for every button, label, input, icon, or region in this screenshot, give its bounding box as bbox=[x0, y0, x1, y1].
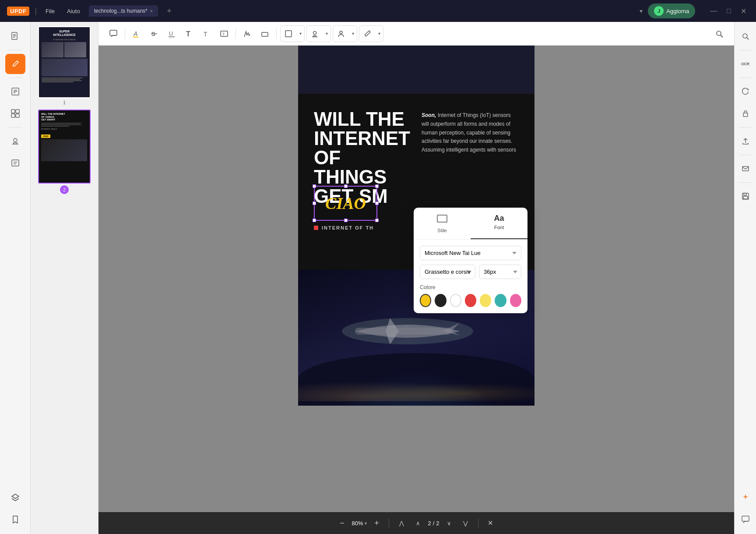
zoom-in-button[interactable]: + bbox=[369, 516, 383, 530]
thumbnail-page-2[interactable]: WILL THE INTERNETOF THINGSGET SMART INTE… bbox=[35, 110, 94, 194]
right-lock-button[interactable] bbox=[735, 103, 756, 124]
pen-dropdown[interactable]: ▾ bbox=[375, 26, 383, 42]
popup-tab-font[interactable]: Aa Font bbox=[471, 208, 527, 239]
page-next-button[interactable]: ∨ bbox=[442, 516, 456, 530]
shape-dropdown[interactable]: ▾ bbox=[296, 26, 304, 42]
right-ai-button[interactable] bbox=[735, 488, 756, 508]
svg-line-37 bbox=[747, 38, 749, 39]
titlebar: UPDF | File Aiuto technolog...ts humans*… bbox=[0, 0, 756, 22]
thumbnail-panel: SUPERINTELLIGENCE IS IT A MYSTERY, OR IS… bbox=[31, 22, 98, 534]
right-mail-button[interactable] bbox=[735, 159, 756, 179]
svg-point-12 bbox=[14, 138, 17, 142]
bb-sep-2 bbox=[478, 519, 478, 527]
color-light-yellow[interactable] bbox=[480, 294, 491, 307]
color-teal[interactable] bbox=[495, 294, 506, 307]
search-button[interactable] bbox=[711, 26, 727, 42]
right-chat-button[interactable] bbox=[735, 509, 756, 530]
highlight-button[interactable]: A bbox=[129, 26, 144, 42]
underline-button[interactable]: U bbox=[164, 26, 179, 42]
person-button[interactable] bbox=[333, 26, 349, 42]
svg-text:A: A bbox=[133, 30, 137, 37]
sidebar-item-pages[interactable] bbox=[5, 103, 25, 124]
sidebar-item-stamp[interactable] bbox=[5, 131, 25, 151]
color-pink[interactable] bbox=[510, 294, 521, 307]
handle-tm[interactable] bbox=[344, 184, 348, 188]
minimize-button[interactable]: — bbox=[707, 6, 720, 16]
sidebar-item-edit[interactable] bbox=[5, 81, 25, 102]
toolbar-sep-3 bbox=[276, 28, 277, 39]
shape-button[interactable] bbox=[281, 26, 296, 42]
right-sep-3 bbox=[739, 127, 752, 127]
handle-mr[interactable] bbox=[375, 202, 379, 205]
zoom-level-display[interactable]: 80% ▾ bbox=[352, 520, 367, 527]
color-yellow[interactable] bbox=[420, 294, 431, 307]
menu-help[interactable]: Aiuto bbox=[63, 6, 84, 16]
update-label: Aggiorna bbox=[666, 8, 689, 14]
maximize-button[interactable]: □ bbox=[724, 6, 734, 16]
text-button-2[interactable]: T bbox=[199, 26, 214, 42]
comment-button[interactable] bbox=[105, 26, 121, 42]
right-ocr-button[interactable]: OCR bbox=[735, 54, 756, 74]
svg-rect-27 bbox=[262, 32, 268, 36]
thumb-page-1-num: 1 bbox=[63, 100, 66, 105]
right-sep-4 bbox=[739, 155, 752, 155]
dropdown-button[interactable]: ▾ bbox=[640, 7, 643, 14]
svg-text:T: T bbox=[222, 32, 225, 36]
stamp-dropdown[interactable]: ▾ bbox=[323, 26, 331, 42]
sidebar-item-bookmark[interactable] bbox=[5, 509, 25, 530]
right-sep-1 bbox=[739, 50, 752, 50]
pen-button[interactable] bbox=[359, 26, 375, 42]
thumbnail-page-1[interactable]: SUPERINTELLIGENCE IS IT A MYSTERY, OR IS… bbox=[35, 26, 94, 105]
page-right-bold: Soon, bbox=[422, 112, 436, 118]
handle-br[interactable] bbox=[375, 219, 379, 222]
zoom-out-button[interactable]: − bbox=[335, 516, 349, 530]
main-layout: SUPERINTELLIGENCE IS IT A MYSTERY, OR IS… bbox=[0, 22, 756, 534]
page-current: 2 bbox=[428, 520, 431, 527]
handle-tl[interactable] bbox=[313, 184, 316, 188]
svg-rect-10 bbox=[11, 114, 15, 117]
menu-file[interactable]: File bbox=[42, 6, 58, 16]
person-dropdown[interactable]: ▾ bbox=[349, 26, 357, 42]
toolbar-sep-2 bbox=[236, 28, 236, 39]
stamp-button[interactable] bbox=[307, 26, 323, 42]
page-first-button[interactable]: ⋀ bbox=[394, 516, 408, 530]
font-size-select[interactable]: 36px bbox=[479, 265, 521, 279]
handle-bl[interactable] bbox=[313, 219, 316, 222]
strikethrough-button[interactable]: S bbox=[146, 26, 162, 42]
update-button[interactable]: J Aggiorna bbox=[648, 4, 695, 18]
ciao-textbox[interactable]: CIAO bbox=[314, 186, 377, 221]
sidebar-item-annotate[interactable] bbox=[5, 54, 25, 74]
erase-button[interactable] bbox=[257, 26, 273, 42]
right-search-button[interactable] bbox=[735, 26, 756, 46]
font-style-select[interactable]: Grassetto e corsiv bbox=[420, 265, 475, 279]
sidebar-item-forms[interactable] bbox=[5, 153, 25, 173]
draw-button[interactable] bbox=[239, 26, 255, 42]
page-total: 2 bbox=[436, 520, 439, 527]
right-save-button[interactable] bbox=[735, 186, 756, 206]
sidebar-item-document[interactable] bbox=[5, 26, 25, 46]
page-last-button[interactable]: ⋁ bbox=[459, 516, 473, 530]
new-tab-button[interactable]: + bbox=[163, 7, 175, 16]
font-family-select[interactable]: Microsoft New Tai Lue bbox=[420, 246, 521, 260]
right-share-button[interactable] bbox=[735, 131, 756, 151]
handle-ml[interactable] bbox=[313, 202, 316, 205]
sidebar-item-layers[interactable] bbox=[5, 488, 25, 508]
color-red[interactable] bbox=[465, 294, 476, 307]
right-rotate-button[interactable] bbox=[735, 81, 756, 102]
handle-tr[interactable] bbox=[375, 184, 379, 188]
close-toolbar-button[interactable]: ✕ bbox=[484, 516, 498, 530]
color-white[interactable] bbox=[450, 294, 461, 307]
toolbar-sep-1 bbox=[125, 28, 125, 39]
handle-bm[interactable] bbox=[344, 219, 348, 222]
popup-tab-style[interactable]: Stile bbox=[414, 208, 471, 239]
color-black[interactable] bbox=[435, 294, 446, 307]
textbox-button[interactable]: T bbox=[216, 26, 232, 42]
tab-close-button[interactable]: × bbox=[150, 8, 153, 14]
close-window-button[interactable]: ✕ bbox=[738, 6, 749, 16]
page-prev-button[interactable]: ∧ bbox=[411, 516, 425, 530]
text-button-1[interactable]: T bbox=[181, 26, 197, 42]
pdf-viewer[interactable]: WILL THE INTERNET OF THINGS GET SM Soon,… bbox=[98, 46, 734, 534]
page-right-text: Soon, Internet of Things (IoT) sensors w… bbox=[422, 110, 519, 221]
document-tab[interactable]: technolog...ts humans* × bbox=[89, 5, 158, 17]
page-top-bar bbox=[298, 46, 534, 94]
